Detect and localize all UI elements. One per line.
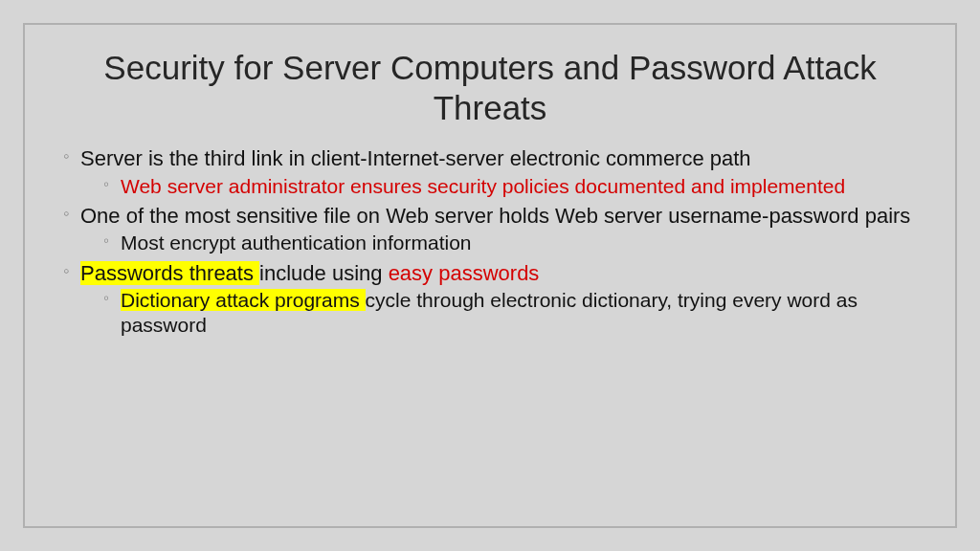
bullet-text: Server is the third link in client-Inter… — [80, 146, 751, 170]
list-item: Dictionary attack programs cycle through… — [103, 288, 921, 339]
bullet-text: One of the most sensitive file on Web se… — [80, 204, 910, 228]
sub-list: Web server administrator ensures securit… — [80, 174, 921, 199]
bullet-text-red: Web server administrator ensures securit… — [121, 175, 845, 197]
bullet-text-highlight: Dictionary attack programs — [121, 289, 366, 311]
list-item: Web server administrator ensures securit… — [103, 174, 921, 199]
slide-title: Security for Server Computers and Passwo… — [59, 48, 921, 128]
list-item: Passwords threats include using easy pas… — [63, 260, 921, 339]
bullet-text-highlight: Passwords threats — [80, 261, 259, 285]
bullet-text: Most encrypt authentication information — [121, 231, 472, 253]
sub-list: Dictionary attack programs cycle through… — [80, 288, 921, 339]
bullet-text-red: easy passwords — [389, 261, 540, 285]
slide-frame: Security for Server Computers and Passwo… — [23, 23, 957, 528]
list-item: Most encrypt authentication information — [103, 231, 921, 255]
bullet-list: Server is the third link in client-Inter… — [59, 145, 921, 339]
list-item: One of the most sensitive file on Web se… — [63, 203, 921, 256]
list-item: Server is the third link in client-Inter… — [63, 145, 921, 199]
sub-list: Most encrypt authentication information — [80, 231, 921, 255]
bullet-text: include using — [259, 261, 389, 285]
